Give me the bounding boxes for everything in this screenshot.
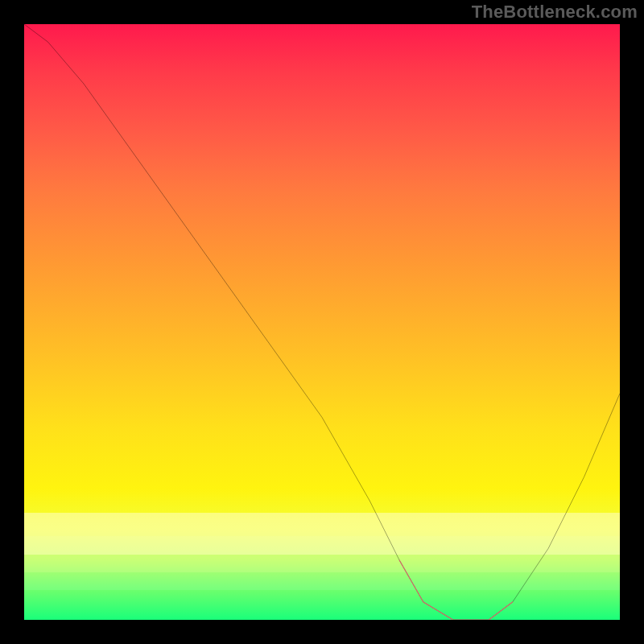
optimal-range-highlight xyxy=(24,24,620,620)
watermark-text: TheBottleneck.com xyxy=(472,2,638,23)
plot-area xyxy=(24,24,620,620)
chart-frame: TheBottleneck.com xyxy=(0,0,644,644)
